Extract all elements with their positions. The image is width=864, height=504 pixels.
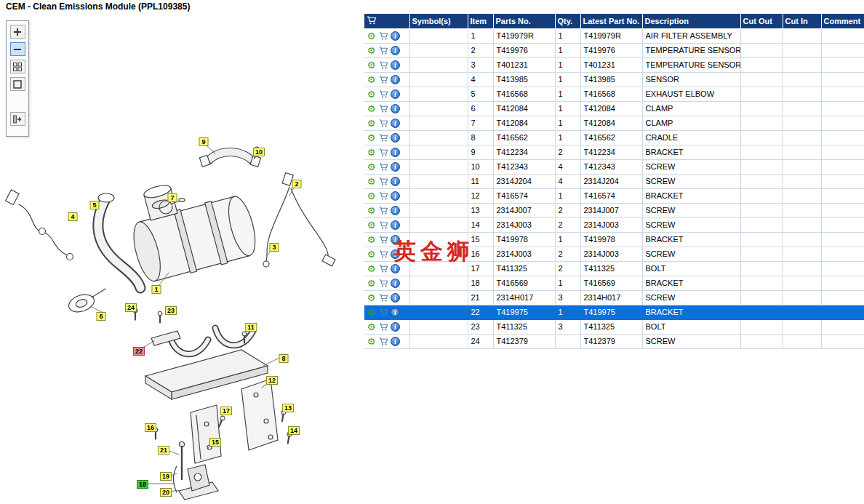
callout-19[interactable]: 19 (160, 472, 172, 481)
info-icon[interactable]: i (391, 322, 400, 332)
gear-icon[interactable]: ⚙ (366, 89, 377, 100)
callout-4[interactable]: 4 (68, 212, 78, 221)
gear-icon[interactable]: ⚙ (366, 74, 377, 85)
callout-5[interactable]: 5 (90, 201, 100, 209)
info-icon[interactable]: i (391, 104, 400, 113)
column-header-comment[interactable]: Comment (821, 14, 864, 28)
table-row-item-23[interactable]: ⚙i23T4113253T411325BOLT (364, 319, 864, 334)
cart-icon[interactable] (378, 292, 389, 303)
callout-6[interactable]: 6 (97, 312, 106, 321)
zoom-in-button[interactable] (10, 25, 25, 39)
info-icon[interactable]: i (391, 177, 400, 186)
table-row-item-11[interactable]: ⚙i112314J20442314J204SCREW (364, 174, 864, 188)
gear-icon[interactable]: ⚙ (366, 234, 377, 245)
gear-icon[interactable]: ⚙ (366, 147, 377, 158)
callout-20[interactable]: 20 (160, 488, 172, 497)
table-row-item-13[interactable]: ⚙i132314J00722314J007SCREW (364, 203, 864, 217)
cart-icon[interactable] (378, 321, 389, 332)
cart-icon[interactable] (378, 31, 389, 41)
table-row-item-15[interactable]: ⚙i15T4199781T419978BRACKET (364, 232, 864, 247)
table-row-item-4[interactable]: ⚙i4T4139851T413985SENSOR (364, 72, 864, 87)
cart-icon[interactable] (378, 45, 389, 56)
table-row-item-14[interactable]: ⚙i142314J00322314J003SCREW (364, 217, 864, 232)
gear-icon[interactable]: ⚙ (366, 103, 377, 114)
info-icon[interactable]: i (391, 75, 400, 84)
table-row-item-2[interactable]: ⚙i2T4199761T419976TEMPERATURE SENSOR (364, 43, 864, 57)
gear-icon[interactable]: ⚙ (366, 118, 377, 129)
column-header-parts-no[interactable]: Parts No. (493, 14, 555, 28)
gear-icon[interactable]: ⚙ (366, 321, 377, 332)
table-row-item-7[interactable]: ⚙i7T4120841T412084CLAMP (364, 116, 864, 130)
callout-7[interactable]: 7 (168, 193, 177, 202)
cart-icon[interactable] (378, 336, 389, 347)
info-icon[interactable]: i (391, 162, 400, 172)
callout-14[interactable]: 14 (288, 426, 300, 435)
table-row-item-5[interactable]: ⚙i5T4165681T416568EXHAUST ELBOW (364, 87, 864, 101)
cart-icon[interactable] (378, 278, 389, 289)
actual-size-button[interactable] (10, 77, 25, 91)
gear-icon[interactable]: ⚙ (366, 132, 377, 143)
gear-icon[interactable]: ⚙ (366, 31, 377, 41)
cart-icon[interactable] (378, 60, 389, 71)
info-icon[interactable]: i (391, 308, 400, 317)
cart-icon[interactable] (378, 220, 389, 231)
callout-2[interactable]: 2 (292, 180, 302, 188)
zoom-out-button[interactable] (10, 42, 25, 56)
column-header-description[interactable]: Description (642, 14, 740, 28)
table-row-item-3[interactable]: ⚙i3T4012311T401231TEMPERATURE SENSOR (364, 57, 864, 72)
info-icon[interactable]: i (391, 133, 400, 143)
callout-1[interactable]: 1 (152, 285, 161, 294)
gear-icon[interactable]: ⚙ (366, 307, 377, 318)
gear-icon[interactable]: ⚙ (366, 60, 377, 71)
callout-15[interactable]: 15 (209, 438, 221, 447)
table-row-item-22[interactable]: ⚙i22T4199751T419975BRACKET (364, 305, 864, 319)
cart-icon[interactable] (378, 307, 389, 318)
table-row-item-16[interactable]: ⚙i162314J00322314J003SCREW (364, 247, 864, 261)
cart-icon[interactable] (378, 176, 389, 187)
info-icon[interactable]: i (391, 337, 400, 346)
info-icon[interactable]: i (391, 293, 400, 303)
gear-icon[interactable]: ⚙ (366, 263, 377, 274)
toggle-panel-button[interactable] (10, 112, 25, 126)
table-row-item-21[interactable]: ⚙i212314H01732314H017SCREW (364, 290, 864, 305)
cart-icon[interactable] (378, 263, 389, 274)
callout-17[interactable]: 17 (220, 407, 232, 415)
table-row-item-12[interactable]: ⚙i12T4165741T416574BRACKET (364, 188, 864, 203)
table-row-item-8[interactable]: ⚙i8T4165621T416562CRADLE (364, 130, 864, 145)
cart-icon[interactable] (378, 234, 389, 245)
callout-9[interactable]: 9 (199, 137, 209, 146)
callout-24[interactable]: 24 (125, 303, 137, 312)
callout-12[interactable]: 12 (266, 376, 278, 385)
gear-icon[interactable]: ⚙ (366, 176, 377, 187)
column-header-qty[interactable]: Qty. (555, 14, 580, 28)
cart-icon[interactable] (378, 249, 389, 260)
info-icon[interactable]: i (391, 119, 400, 128)
table-row-item-9[interactable]: ⚙i9T4122342T412234BRACKET (364, 145, 864, 159)
callout-8[interactable]: 8 (279, 354, 289, 363)
gear-icon[interactable]: ⚙ (366, 220, 377, 231)
callout-18[interactable]: 18 (137, 480, 148, 489)
info-icon[interactable]: i (391, 206, 400, 215)
table-row-item-18[interactable]: ⚙i18T4165691T416569BRACKET (364, 276, 864, 290)
callout-13[interactable]: 13 (282, 404, 294, 412)
info-icon[interactable]: i (391, 31, 400, 41)
column-header-cut-in[interactable]: Cut In (783, 14, 821, 28)
gear-icon[interactable]: ⚙ (366, 191, 377, 201)
cart-icon[interactable] (378, 118, 389, 129)
info-icon[interactable]: i (391, 264, 400, 273)
callout-16[interactable]: 16 (145, 423, 156, 432)
callout-11[interactable]: 11 (245, 323, 257, 332)
table-row-item-24[interactable]: ⚙i24T412379T412379SCREW (364, 334, 864, 348)
gear-icon[interactable]: ⚙ (366, 161, 377, 172)
gear-icon[interactable]: ⚙ (366, 336, 377, 347)
cart-icon[interactable] (378, 161, 389, 172)
table-row-item-10[interactable]: ⚙i10T4123434T412343SCREW (364, 159, 864, 174)
callout-3[interactable]: 3 (270, 243, 279, 252)
cart-icon[interactable] (378, 74, 389, 85)
info-icon[interactable]: i (391, 46, 400, 55)
column-header-item[interactable]: Item (468, 14, 493, 28)
cart-icon[interactable] (378, 132, 389, 143)
cart-icon[interactable] (378, 89, 389, 100)
callout-23[interactable]: 23 (165, 306, 177, 315)
cart-icon[interactable] (378, 205, 389, 216)
